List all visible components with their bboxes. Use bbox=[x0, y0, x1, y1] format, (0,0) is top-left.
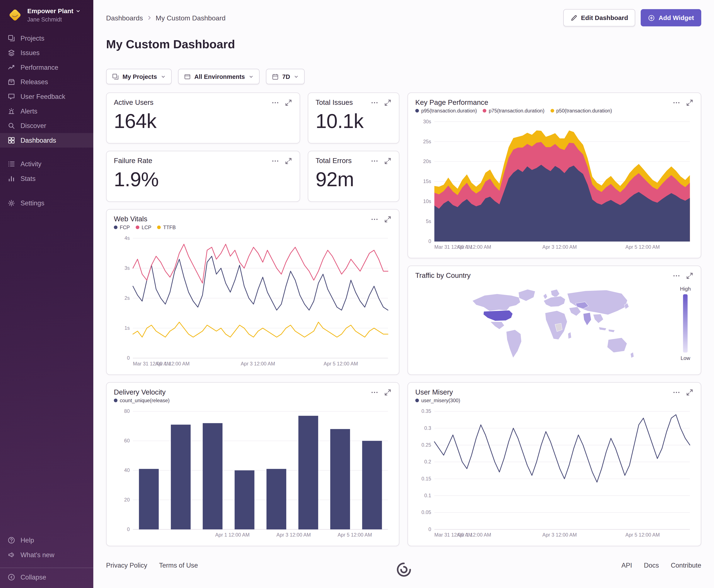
svg-text:Apr 5 12:00 AM: Apr 5 12:00 AM bbox=[625, 532, 660, 538]
sentry-org-logo-icon bbox=[7, 7, 23, 23]
edit-dashboard-button[interactable]: Edit Dashboard bbox=[563, 9, 635, 26]
world-map bbox=[461, 282, 648, 372]
alerts-icon bbox=[7, 107, 16, 115]
chart-legend: FCPLCPTTFB bbox=[114, 225, 392, 230]
svg-text:0: 0 bbox=[428, 527, 431, 532]
date-range-label: 7D bbox=[282, 73, 290, 80]
environment-filter-dropdown[interactable]: All Environments bbox=[178, 69, 259, 84]
privacy-policy-link[interactable]: Privacy Policy bbox=[106, 562, 147, 569]
widget-menu-button[interactable] bbox=[272, 99, 279, 106]
widget-menu-button[interactable] bbox=[371, 157, 378, 165]
legend-item: user_misery(300) bbox=[415, 398, 460, 403]
sidebar-item-projects[interactable]: Projects bbox=[0, 31, 93, 46]
sidebar-item-dashboards[interactable]: Dashboards bbox=[0, 133, 93, 148]
widget-web-vitals: Web Vitals FCPLCPTTFB 01s2s3s4sMar 31 12… bbox=[106, 209, 399, 375]
map-legend-high-label: High bbox=[680, 286, 691, 292]
widget-expand-button[interactable] bbox=[686, 388, 693, 396]
widget-menu-button[interactable] bbox=[673, 272, 680, 279]
api-link[interactable]: API bbox=[621, 562, 632, 569]
project-filter-dropdown[interactable]: My Projects bbox=[106, 69, 172, 84]
widget-active-users: Active Users 164k bbox=[106, 92, 300, 144]
sidebar-item-performance[interactable]: Performance bbox=[0, 60, 93, 75]
widget-menu-button[interactable] bbox=[272, 157, 279, 165]
svg-text:Apr 1 12:00 AM: Apr 1 12:00 AM bbox=[457, 244, 491, 250]
terms-of-use-link[interactable]: Terms of Use bbox=[159, 562, 198, 569]
environment-filter-label: All Environments bbox=[194, 73, 245, 80]
chart-legend: user_misery(300) bbox=[415, 398, 693, 403]
docs-link[interactable]: Docs bbox=[644, 562, 659, 569]
add-widget-button[interactable]: Add Widget bbox=[641, 9, 701, 26]
dashboards-icon bbox=[7, 136, 16, 145]
widget-value: 164k bbox=[114, 111, 293, 131]
sentry-footer-logo-icon bbox=[395, 561, 413, 581]
contribute-link[interactable]: Contribute bbox=[671, 562, 701, 569]
legend-item: FCP bbox=[114, 225, 130, 230]
svg-text:0.1: 0.1 bbox=[424, 493, 431, 498]
sidebar-item-discover[interactable]: Discover bbox=[0, 119, 93, 133]
svg-text:10s: 10s bbox=[423, 198, 431, 204]
legend-item: count_unique(release) bbox=[114, 398, 170, 403]
issues-icon bbox=[7, 49, 16, 57]
sidebar-item-help[interactable]: Help bbox=[0, 533, 93, 548]
sidebar-item-alerts[interactable]: Alerts bbox=[0, 104, 93, 119]
svg-text:1s: 1s bbox=[125, 325, 130, 331]
chevron-down-icon bbox=[294, 74, 299, 79]
widget-menu-button[interactable] bbox=[371, 388, 378, 396]
widget-expand-button[interactable] bbox=[384, 215, 391, 223]
map-legend-gradient bbox=[683, 294, 688, 353]
map-legend: High Low bbox=[680, 286, 691, 361]
svg-text:Apr 3 12:00 AM: Apr 3 12:00 AM bbox=[542, 244, 577, 250]
sidebar-item-user-feedback[interactable]: User Feedback bbox=[0, 89, 93, 104]
widget-expand-button[interactable] bbox=[384, 99, 391, 106]
sidebar-item-label: Activity bbox=[20, 160, 41, 168]
sidebar-item-label: Discover bbox=[20, 122, 46, 129]
org-switcher[interactable]: Empower Plant Jane Schmidt bbox=[0, 0, 93, 27]
widget-expand-button[interactable] bbox=[384, 388, 391, 396]
sidebar-item-label: Projects bbox=[20, 35, 44, 42]
footer: Privacy Policy Terms of Use API Docs Con… bbox=[106, 562, 701, 583]
projects-stack-icon bbox=[112, 73, 119, 80]
widget-expand-button[interactable] bbox=[284, 99, 292, 106]
breadcrumb-dashboards-link[interactable]: Dashboards bbox=[106, 14, 143, 21]
date-range-dropdown[interactable]: 7D bbox=[266, 69, 305, 84]
widget-total-errors: Total Errors 92m bbox=[308, 151, 399, 202]
widget-title: Traffic by Country bbox=[415, 271, 471, 280]
delivery-velocity-chart: 020406080Apr 1 12:00 AMApr 3 12:00 AMApr… bbox=[114, 406, 392, 540]
sidebar-item-label: Performance bbox=[20, 64, 58, 71]
widget-menu-button[interactable] bbox=[673, 99, 680, 106]
sidebar-collapse-button[interactable]: Collapse bbox=[0, 568, 93, 584]
sidebar-item-settings[interactable]: Settings bbox=[0, 196, 93, 210]
calendar-icon bbox=[272, 73, 279, 80]
widget-menu-button[interactable] bbox=[371, 99, 378, 106]
help-icon bbox=[7, 536, 16, 544]
widget-menu-button[interactable] bbox=[673, 388, 680, 396]
chart-legend: p95(transaction.duration)p75(transaction… bbox=[415, 108, 693, 113]
sidebar-item-activity[interactable]: Activity bbox=[0, 157, 93, 171]
svg-text:60: 60 bbox=[124, 438, 130, 443]
map-legend-low-label: Low bbox=[680, 355, 690, 361]
widget-expand-button[interactable] bbox=[384, 157, 391, 165]
widget-expand-button[interactable] bbox=[686, 99, 693, 106]
chevron-down-icon bbox=[161, 74, 166, 79]
widget-menu-button[interactable] bbox=[371, 215, 378, 223]
discover-icon bbox=[7, 122, 16, 130]
svg-text:4s: 4s bbox=[125, 235, 130, 241]
gear-icon bbox=[7, 199, 16, 207]
widget-expand-button[interactable] bbox=[686, 272, 693, 279]
widget-key-page-performance: Key Page Performance p95(transaction.dur… bbox=[408, 92, 701, 258]
edit-dashboard-label: Edit Dashboard bbox=[581, 14, 628, 21]
sidebar-item-label: User Feedback bbox=[20, 93, 65, 100]
sidebar-item-stats[interactable]: Stats bbox=[0, 171, 93, 186]
chart-legend: count_unique(release) bbox=[114, 398, 392, 403]
svg-text:0.2: 0.2 bbox=[424, 459, 431, 464]
widget-expand-button[interactable] bbox=[284, 157, 292, 165]
sidebar-item-issues[interactable]: Issues bbox=[0, 45, 93, 60]
widget-title: Failure Rate bbox=[114, 157, 152, 165]
project-filter-label: My Projects bbox=[123, 73, 157, 80]
user-misery-chart: 00.050.10.150.20.250.30.35Mar 31 12:00 A… bbox=[415, 406, 693, 540]
sidebar-nav-secondary: Activity Stats bbox=[0, 157, 93, 186]
country-us bbox=[483, 310, 513, 321]
sidebar-item-releases[interactable]: Releases bbox=[0, 75, 93, 89]
widget-user-misery: User Misery user_misery(300) 00.050.10.1… bbox=[408, 382, 701, 546]
sidebar-item-whats-new[interactable]: What's new bbox=[0, 548, 93, 562]
